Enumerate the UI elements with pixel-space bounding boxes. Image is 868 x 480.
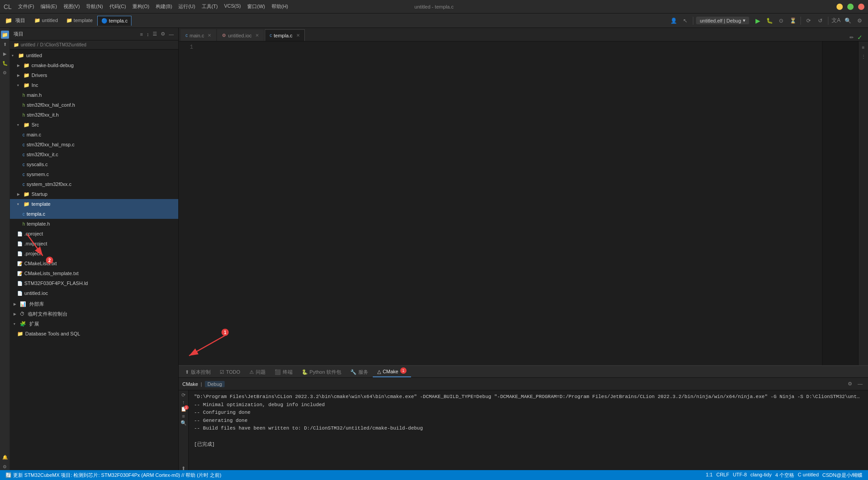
menu-run[interactable]: 运行(U)	[176, 2, 198, 11]
right-icon-1[interactable]: ≡	[859, 43, 868, 51]
maximize-button[interactable]: □	[847, 4, 854, 10]
editor-tab-ioc[interactable]: ⚙ untitled.ioc ✕	[217, 29, 264, 41]
ioc-tab-close[interactable]: ✕	[255, 33, 259, 38]
coverage-button[interactable]: ⊙	[776, 16, 786, 26]
close-button[interactable]: ✕	[858, 4, 864, 10]
editor-tab-templa-c[interactable]: c templa.c ✕	[265, 29, 305, 41]
tree-root[interactable]: ▾ 📁 untitled	[10, 50, 178, 60]
statusbar-encoding[interactable]: UTF-8	[731, 472, 749, 477]
menu-code[interactable]: 代码(C)	[107, 2, 129, 11]
cmake-settings-btn[interactable]: ⚙	[846, 380, 854, 388]
update-button[interactable]: ⟳	[804, 16, 814, 26]
tree-settings-btn[interactable]: ⚙	[160, 30, 166, 38]
tree-item-src[interactable]: ▾ 📁 Src	[10, 120, 178, 130]
debug-button[interactable]: 🐛	[764, 16, 774, 26]
tree-item-db-tools[interactable]: 📁 Database Tools and SQL	[10, 329, 178, 339]
menu-edit[interactable]: 编辑(E)	[38, 2, 60, 11]
tree-section-extensions[interactable]: ▾ 🧩 扩展	[10, 319, 178, 329]
cmake-log-btn[interactable]: 📋 2	[181, 406, 187, 412]
main-c-tab-close[interactable]: ✕	[208, 33, 211, 38]
statusbar-update[interactable]: 🔄 更新 STM32CubeMX 项目: 检测到芯片: STM32F030F4P…	[4, 470, 223, 480]
tree-item-stm32-it-c[interactable]: c stm32f0xx_it.c	[10, 149, 178, 159]
tree-sort-btn[interactable]: ↕	[146, 31, 150, 38]
menu-help[interactable]: 帮助(H)	[269, 2, 291, 11]
sidebar-debug-icon[interactable]: 🐛	[1, 59, 9, 67]
toolbar-user-icon[interactable]: 👤	[669, 16, 678, 26]
statusbar-user[interactable]: CSDN@是小/蝴蝶	[821, 472, 864, 479]
menu-nav[interactable]: 导航(N)	[83, 2, 105, 11]
statusbar-position[interactable]: 1:1	[704, 472, 714, 477]
sidebar-notification-icon[interactable]: 🔔	[1, 453, 9, 461]
templa-c-tab-close[interactable]: ✕	[296, 33, 300, 38]
run-button[interactable]: ▶	[753, 16, 763, 26]
tree-close-btn[interactable]: —	[168, 31, 175, 38]
statusbar-indent[interactable]: 4 个空格	[773, 472, 796, 479]
profile-button[interactable]: ⏳	[788, 16, 798, 26]
tree-item-stm32-it-h[interactable]: h stm32f0xx_it.h	[10, 110, 178, 120]
top-tab-templa-c[interactable]: 🔵 templa.c	[97, 16, 132, 26]
btab-services[interactable]: 🔧 服务	[346, 367, 373, 377]
tree-item-system-stm32[interactable]: c system_stm32f0xx.c	[10, 179, 178, 189]
tree-section-external[interactable]: ▶ 📊 外部库	[10, 299, 178, 309]
tree-item-sysmem[interactable]: c sysmem.c	[10, 169, 178, 179]
tree-item-syscalls[interactable]: c syscalls.c	[10, 159, 178, 169]
search-button[interactable]: 🔍	[843, 16, 853, 26]
tree-item-untitled-ioc[interactable]: 📄 untitled.ioc	[10, 288, 178, 298]
btab-terminal[interactable]: ⬛ 终端	[270, 367, 297, 377]
tree-item-template[interactable]: ▾ 📁 template	[10, 199, 178, 209]
tree-item-main-c[interactable]: c main.c	[10, 130, 178, 140]
btab-problems[interactable]: ⚠ 问题	[245, 367, 270, 377]
sidebar-run-icon[interactable]: ▶	[1, 50, 9, 58]
editor-tab-main-c[interactable]: c main.c ✕	[181, 29, 216, 41]
tree-collapse-btn[interactable]: ≡	[139, 31, 144, 38]
cmake-list-btn[interactable]: ≡	[182, 413, 185, 419]
menu-build[interactable]: 构建(B)	[153, 2, 175, 11]
code-editor[interactable]	[197, 41, 822, 365]
menu-tools[interactable]: 工具(T)	[199, 2, 221, 11]
btab-python[interactable]: 🐍 Python 软件包	[297, 367, 346, 377]
cmake-debug-subtab[interactable]: Debug	[205, 381, 225, 387]
minimize-button[interactable]: —	[836, 4, 843, 10]
right-icon-2[interactable]: ⋮	[859, 52, 868, 60]
tree-section-temp-files[interactable]: ▶ ⏱ 临时文件和控制台	[10, 309, 178, 319]
toolbar-cursor-icon[interactable]: ↖	[680, 16, 690, 26]
btab-vcs[interactable]: ⬆ 版本控制	[181, 367, 215, 377]
statusbar-lang[interactable]: C untitled	[796, 472, 820, 477]
revert-button[interactable]: ↺	[815, 16, 825, 26]
tree-item-mxproject[interactable]: 📄 .mxproject	[10, 239, 178, 249]
sidebar-project-icon[interactable]: 📁	[1, 31, 9, 39]
tree-item-template-h[interactable]: h template.h	[10, 219, 178, 229]
btab-todo[interactable]: ☑ TODO	[215, 367, 245, 377]
tree-filter-btn[interactable]: ☰	[152, 30, 158, 38]
tree-item-templa-c[interactable]: c templa.c	[10, 209, 178, 219]
cmake-filter-btn[interactable]: 🔍	[181, 420, 187, 426]
tree-item-cmakelists-template[interactable]: 📝 CMakeLists_template.txt	[10, 268, 178, 278]
settings-button[interactable]: ⚙	[854, 16, 864, 26]
menu-refactor[interactable]: 重构(O)	[130, 2, 152, 11]
top-tab-untitled[interactable]: 📁 untitled	[31, 16, 62, 26]
menu-window[interactable]: 窗口(W)	[244, 2, 268, 11]
tree-item-stm32-msp[interactable]: c stm32f0xx_hal_msp.c	[10, 140, 178, 149]
tree-item-cmakelists[interactable]: 📝 CMakeLists.txt	[10, 258, 178, 268]
editor-toolbar-pencil[interactable]: ✏	[850, 35, 854, 41]
sidebar-cmake-icon[interactable]: ⚙	[1, 68, 9, 77]
tree-item-stm32-conf-h[interactable]: h stm32f0xx_hal_conf.h	[10, 100, 178, 110]
top-tab-template[interactable]: 📁 template	[63, 16, 96, 26]
tree-item-cproject[interactable]: 📄 .cproject	[10, 229, 178, 239]
tree-item-drivers[interactable]: ▶ 📁 Drivers	[10, 70, 178, 80]
tree-item-project[interactable]: 📄 .project	[10, 249, 178, 258]
menu-view[interactable]: 视图(V)	[61, 2, 83, 11]
cmake-up-btn[interactable]: ↑	[182, 399, 185, 405]
run-config-selector[interactable]: untitled.elf | Debug ▾	[696, 17, 749, 24]
tree-item-flash-ld[interactable]: 📄 STM32F030F4PX_FLASH.ld	[10, 278, 178, 288]
tree-item-startup[interactable]: ▶ 📁 Startup	[10, 189, 178, 199]
cmake-close-btn[interactable]: —	[856, 380, 864, 388]
statusbar-clang[interactable]: clang-tidy	[749, 472, 773, 477]
tree-item-main-h[interactable]: h main.h	[10, 90, 178, 100]
menu-file[interactable]: 文件(F)	[15, 2, 37, 11]
btab-cmake[interactable]: △ CMake 1	[373, 367, 411, 377]
menu-vcs[interactable]: VCS(S)	[222, 2, 244, 11]
sidebar-settings-icon[interactable]: ⚙	[1, 462, 9, 471]
tree-item-cmake-build-debug[interactable]: ▶ 📁 cmake-build-debug	[10, 60, 178, 70]
cmake-reload-btn[interactable]: ⟳	[181, 392, 185, 398]
